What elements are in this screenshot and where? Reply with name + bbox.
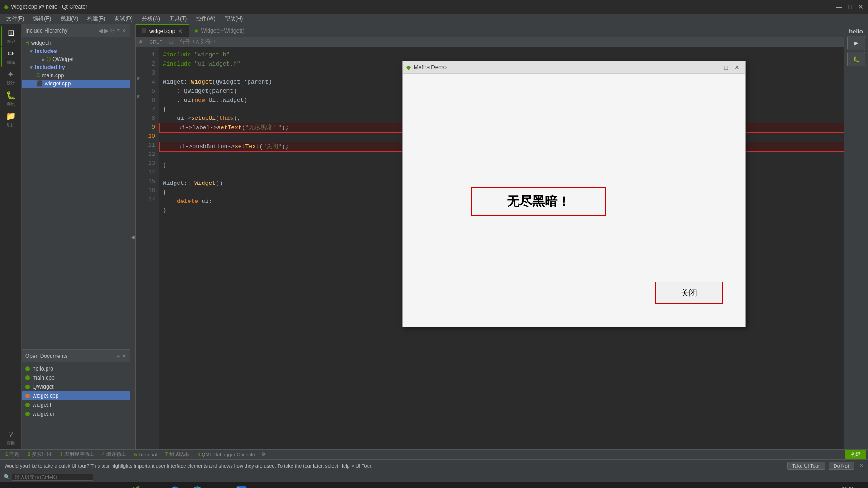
start-menu-button[interactable]: ⊞ — [4, 483, 17, 488]
fold-arrow-4[interactable]: ▼ — [136, 74, 141, 83]
collapse-column: ▼ ▼ — [136, 47, 141, 449]
build-area: 构建 — [845, 450, 866, 459]
tab-widget-cpp[interactable]: ⬛ widget.cpp ✕ — [136, 24, 189, 37]
header-file-icon: H — [25, 40, 29, 46]
menu-tools[interactable]: 工具(T) — [165, 14, 191, 23]
left-panels: Include Hierarchy ◀ ▶ ⟳ ≡ ✕ H widget.h ▼ — [22, 24, 130, 449]
debug-run-button[interactable]: 🐛 — [847, 52, 865, 66]
tab-destructor[interactable]: ◆ Widget::~Widget() — [189, 24, 250, 37]
menu-controls[interactable]: 控件(W) — [191, 14, 220, 23]
sidebar-item-help[interactable]: ? 帮助 — [1, 428, 21, 448]
help-icon: ? — [8, 430, 13, 440]
sidebar-item-debug[interactable]: 🐛 调试 — [1, 89, 21, 108]
clock-area[interactable]: 16:15 2024/3/31 — [832, 486, 854, 488]
open-docs-header-icons: ≡ ✕ — [117, 353, 126, 359]
hierarchy-root[interactable]: H widget.h — [22, 39, 130, 47]
doc-qwidget[interactable]: QWidget — [22, 382, 130, 391]
welcome-label: 欢迎 — [7, 39, 15, 45]
doc-qwidget-label: QWidget — [33, 384, 54, 390]
welcome-icon: ⊞ — [8, 28, 14, 38]
open-docs-panel: Open Documents ≡ ✕ hello.pro main.cpp QW — [22, 350, 130, 449]
hierarchy-main-cpp[interactable]: C main.cpp — [22, 71, 130, 80]
menu-build[interactable]: 构建(B) — [83, 14, 110, 23]
taskbar-app-leaf[interactable]: 🌿 — [124, 483, 145, 488]
docs-menu[interactable]: ≡ — [117, 353, 120, 359]
hierarchy-qwidget[interactable]: ▶ Q QWidget — [22, 55, 130, 63]
sidebar-item-welcome[interactable]: ⊞ 欢迎 — [1, 26, 21, 46]
output-tab-search[interactable]: 2 搜索结果 — [24, 450, 55, 458]
run-icon: ▶ — [854, 40, 858, 46]
hierarchy-widget-cpp[interactable]: ⬛ widget.cpp — [22, 80, 130, 88]
panel-collapse-button[interactable]: ◀ — [130, 24, 136, 449]
do-not-button[interactable]: Do Not — [829, 462, 854, 470]
demo-close-button-widget[interactable]: 关闭 — [655, 282, 723, 304]
notification-close-icon[interactable]: ✕ — [859, 463, 863, 469]
hello-label: hello — [849, 28, 863, 35]
tab-widget-cpp-close[interactable]: ✕ — [178, 28, 183, 35]
time-display: 16:15 — [832, 486, 854, 488]
demo-maximize-button[interactable]: □ — [721, 62, 731, 72]
menu-debug[interactable]: 调试(D) — [110, 14, 137, 23]
search-input[interactable] — [12, 474, 93, 481]
open-docs-title: Open Documents — [25, 353, 67, 359]
taskbar-search[interactable]: 🔍 搜索 — [19, 483, 100, 488]
open-docs-list: hello.pro main.cpp QWidget widget.cpp wi… — [22, 362, 130, 420]
hierarchy-nav-fwd[interactable]: ▶ — [104, 28, 108, 34]
tab-destructor-label: Widget::~Widget() — [201, 28, 244, 34]
output-tab-test[interactable]: 7 测试结果 — [161, 450, 193, 458]
build-button[interactable]: 构建 — [845, 450, 866, 459]
doc-widget-cpp-dot — [25, 394, 30, 398]
docs-close[interactable]: ✕ — [122, 353, 126, 359]
taskbar-app-red[interactable]: ❤ — [146, 483, 163, 488]
edit-icon: ✏ — [8, 49, 14, 59]
hierarchy-header: Include Hierarchy ◀ ▶ ⟳ ≡ ✕ — [22, 24, 130, 37]
fold-arrow-6[interactable]: ▼ — [136, 92, 141, 101]
output-tab-qml[interactable]: 8 QML Debugger Console — [194, 451, 259, 458]
demo-minimize-button[interactable]: — — [710, 62, 720, 72]
hierarchy-content: H widget.h ▼ Includes ▶ Q QWidget ▼ I — [22, 37, 130, 349]
taskbar-app-blue[interactable]: 🔵 — [165, 483, 185, 488]
doc-widget-h[interactable]: widget.h — [22, 400, 130, 409]
hierarchy-close[interactable]: ✕ — [122, 28, 126, 34]
doc-main-cpp[interactable]: main.cpp — [22, 373, 130, 382]
output-scroll-btn[interactable]: ⚙ — [261, 451, 266, 457]
minimize-button[interactable]: — — [835, 3, 843, 10]
hierarchy-refresh[interactable]: ⟳ — [110, 28, 115, 34]
run-button[interactable]: ▶ — [847, 36, 865, 50]
menu-help[interactable]: 帮助(H) — [220, 14, 248, 23]
maximize-button[interactable]: □ — [846, 3, 854, 10]
demo-close-button[interactable]: ✕ — [732, 62, 742, 72]
debug-label: 调试 — [7, 101, 15, 107]
code-editor: ▼ ▼ 1 2 3 4 5 6 7 8 9 10 11 12 13 14 15 — [136, 47, 844, 449]
qwidget-label: QWidget — [52, 56, 74, 62]
doc-widget-ui[interactable]: widget.ui — [22, 409, 130, 418]
close-button[interactable]: ✕ — [857, 3, 864, 10]
menu-file[interactable]: 文件(F) — [2, 14, 28, 23]
sidebar-item-design[interactable]: ✦ 设计 — [1, 68, 21, 88]
menu-analyze[interactable]: 分析(A) — [137, 14, 165, 23]
menu-edit[interactable]: 编辑(E) — [28, 14, 56, 23]
menu-view[interactable]: 视图(V) — [56, 14, 83, 23]
output-tab-issues[interactable]: 1 问题 — [2, 450, 23, 458]
taskbar-app-hippo[interactable]: 🦛 — [102, 483, 123, 488]
hierarchy-menu[interactable]: ≡ — [117, 28, 120, 34]
open-docs-header: Open Documents ≡ ✕ — [22, 350, 130, 362]
doc-hello-pro[interactable]: hello.pro — [22, 364, 130, 373]
take-ui-tour-button[interactable]: Take UI Tour — [787, 462, 825, 470]
sidebar-item-edit[interactable]: ✏ 编辑 — [1, 47, 21, 67]
taskbar: ⊞ 🔍 搜索 🦛 🌿 ❤ 🔵 🌐 📁 🟦 ☀ 18°C 晴朗 ▲ ⌨ 📶 🔊 1… — [0, 482, 868, 488]
window-controls: — □ ✕ — [835, 3, 864, 10]
sidebar-item-project[interactable]: 📁 项目 — [1, 109, 21, 129]
doc-widget-cpp[interactable]: widget.cpp — [22, 391, 130, 400]
output-tab-app[interactable]: 3 应用程序输出 — [56, 450, 97, 458]
hierarchy-nav-back[interactable]: ◀ — [99, 28, 103, 34]
crlf-indicator: CRLF — [149, 39, 162, 45]
project-icon: 📁 — [6, 111, 16, 121]
output-tab-compile[interactable]: 4 编译输出 — [99, 450, 130, 458]
includes-arrow: ▼ — [29, 49, 33, 54]
taskbar-app-folder[interactable]: 📁 — [209, 483, 230, 488]
taskbar-app-edge[interactable]: 🌐 — [187, 483, 208, 488]
taskbar-app-blue2[interactable]: 🟦 — [231, 483, 252, 488]
tray-area: ☀ 18°C 晴朗 ▲ ⌨ 📶 🔊 16:15 2024/3/31 🔔 — [757, 486, 864, 488]
output-tab-terminal[interactable]: 5 Terminal — [131, 451, 161, 458]
